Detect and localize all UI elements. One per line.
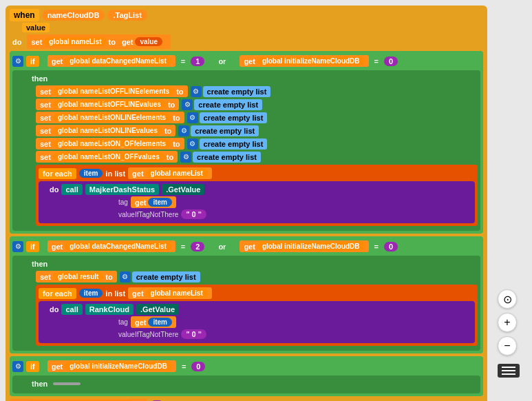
in-list-label-2: in list (105, 289, 125, 298)
gear-icon-list-1[interactable]: ⚙ (191, 86, 202, 97)
set-onoffEl[interactable]: set global nameListON_OFfelements to (36, 138, 184, 150)
dataChanged-var-2[interactable]: global dataChangedNameList (65, 242, 171, 251)
create-empty-5: create empty list (200, 138, 268, 150)
num-0c: 0 (191, 362, 205, 371)
nameCloudDB-var[interactable]: nameCloudDB (42, 10, 105, 21)
gear-icon-1[interactable]: ⚙ (12, 56, 23, 67)
create-empty-2: create empty list (194, 99, 262, 110)
num-2: 2 (191, 242, 204, 251)
offline-val-var[interactable]: global nameListOFFLINEvalues (53, 100, 166, 109)
empty-block-3 (53, 382, 81, 385)
when-label: when (10, 9, 39, 21)
get-value-block[interactable]: get value (118, 36, 167, 48)
set-result[interactable]: set global result to (36, 271, 117, 282)
online-val-var[interactable]: global nameListONLINEvalues (53, 126, 162, 135)
eq-op-2b: = (371, 242, 382, 251)
getvalue-method-2[interactable]: .GetValue (136, 304, 179, 315)
plus-icon: + (504, 316, 510, 329)
num-1: 1 (191, 56, 204, 66)
get-item-1[interactable]: get item (131, 196, 176, 208)
result-var[interactable]: global result (53, 272, 103, 281)
zero-str-1: " 0 " (181, 209, 206, 219)
valueiftag-param-2: valueIfTagNotThere (118, 331, 178, 338)
center-icon: ⊙ (503, 293, 512, 306)
value-label: value (22, 23, 50, 32)
majker-block[interactable]: MajkerDashStatus (85, 184, 159, 195)
initCloud-var-2[interactable]: global initializeNameCloudDB (257, 242, 365, 251)
set-onlineVal[interactable]: set global nameListONLINEvalues to (36, 125, 175, 136)
gear-icon-3[interactable]: ⚙ (12, 361, 23, 372)
in-list-label-1: in list (105, 169, 125, 178)
item-blue-1[interactable]: item (148, 198, 172, 207)
eq-op-1b: = (371, 56, 382, 66)
gear-icon-2[interactable]: ⚙ (12, 241, 23, 252)
initCloud-var-3[interactable]: global initializeNameCloudDB (65, 362, 172, 371)
gear-icon-list-6[interactable]: ⚙ (180, 152, 191, 163)
namelist-var-fe1[interactable]: global nameList (146, 169, 208, 178)
set-offlineEl[interactable]: set global nameListOFFLINEelements to (36, 85, 188, 97)
set-nameList-block[interactable]: set global nameList to get value (27, 34, 171, 49)
get-dataChanged-1[interactable]: get global dataChangedNameList (47, 55, 175, 67)
value-var[interactable]: value (135, 37, 162, 46)
call-label-1: call (61, 184, 82, 195)
set-onoffVal[interactable]: set global nameListON_OFFvalues to (36, 151, 178, 163)
fit-button[interactable] (498, 364, 520, 378)
initCloud-var-1[interactable]: global initializeNameCloudDB (257, 56, 365, 65)
set-onlineEl[interactable]: set global nameListONLINEelements to (36, 112, 184, 123)
set-offlineVal[interactable]: set global nameListOFFLINEvalues to (36, 99, 179, 110)
num-0b: 0 (384, 242, 398, 251)
onoff-val-var[interactable]: global nameListON_OFFvalues (53, 152, 164, 161)
num-0: 0 (384, 56, 398, 66)
set-text: set (31, 38, 42, 46)
gear-icon-list-2[interactable]: ⚙ (182, 99, 193, 110)
gear-icon-list-5[interactable]: ⚙ (187, 138, 198, 150)
get-nameList-fe1[interactable]: get global nameList (128, 167, 212, 179)
tag-param-1: tag (118, 198, 128, 206)
zoom-controls: ⊙ + − (498, 289, 520, 378)
getvalue-method-1[interactable]: .GetValue (162, 184, 204, 195)
offline-el-var[interactable]: global nameListOFFLINEelements (53, 87, 174, 96)
item-blue-2[interactable]: item (148, 318, 172, 327)
get-dataChanged-2[interactable]: get global dataChangedNameList (47, 240, 175, 252)
zoom-minus-button[interactable]: − (498, 336, 517, 356)
item-var-1[interactable]: item (79, 169, 103, 178)
if-label-3: if (26, 361, 39, 372)
if-label-2: if (26, 241, 39, 252)
if-label-1: if (26, 56, 39, 67)
foreach-label-2: for each (39, 288, 76, 299)
gear-icon-list-4[interactable]: ⚙ (178, 125, 189, 136)
online-el-var[interactable]: global nameListONLINEelements (53, 113, 171, 122)
fit-icon (502, 367, 515, 375)
zero-str-2: " 0 " (181, 329, 206, 339)
get-initCloud-3[interactable]: get global initializeNameCloudDB (47, 360, 176, 372)
rankcloud-block[interactable]: RankCloud (85, 304, 134, 315)
eq-op-3: = (178, 362, 189, 371)
do-label-fe1: do (50, 185, 58, 194)
item-var-2[interactable]: item (79, 289, 103, 298)
gear-icon-list-3[interactable]: ⚙ (187, 112, 198, 123)
valueiftag-param-1: valueIfTagNotThere (118, 211, 178, 218)
dataChanged-var-1[interactable]: global dataChangedNameList (65, 56, 171, 65)
get-initCloud-2[interactable]: get global initializeNameCloudDB (240, 240, 368, 252)
namelist-var-fe2[interactable]: global nameList (146, 289, 208, 298)
tag-param-2: tag (118, 318, 128, 326)
get-initCloud-1[interactable]: get global initializeNameCloudDB (240, 55, 368, 67)
do-label: do (10, 37, 24, 48)
eq-op-2: = (178, 242, 189, 251)
or-op-2: or (213, 242, 231, 251)
or-op-1: or (213, 56, 231, 66)
get-nameList-fe2[interactable]: get global nameList (128, 287, 212, 299)
zoom-plus-button[interactable]: + (498, 313, 517, 332)
get-item-2[interactable]: get item (131, 316, 176, 328)
nameList-var[interactable]: global nameList (44, 37, 106, 46)
create-empty-6: create empty list (193, 152, 261, 163)
do-label-fe2: do (50, 305, 58, 313)
create-empty-4: create empty list (191, 125, 259, 136)
onoff-el-var[interactable]: global nameListON_OFfelements (53, 139, 171, 148)
gear-icon-list-r[interactable]: ⚙ (120, 271, 131, 282)
get-text: get (122, 38, 134, 46)
call-label-2: call (61, 304, 82, 315)
tag-list-var[interactable]: .TagList (107, 10, 147, 21)
zoom-center-button[interactable]: ⊙ (498, 289, 517, 309)
minus-icon: − (504, 340, 510, 352)
